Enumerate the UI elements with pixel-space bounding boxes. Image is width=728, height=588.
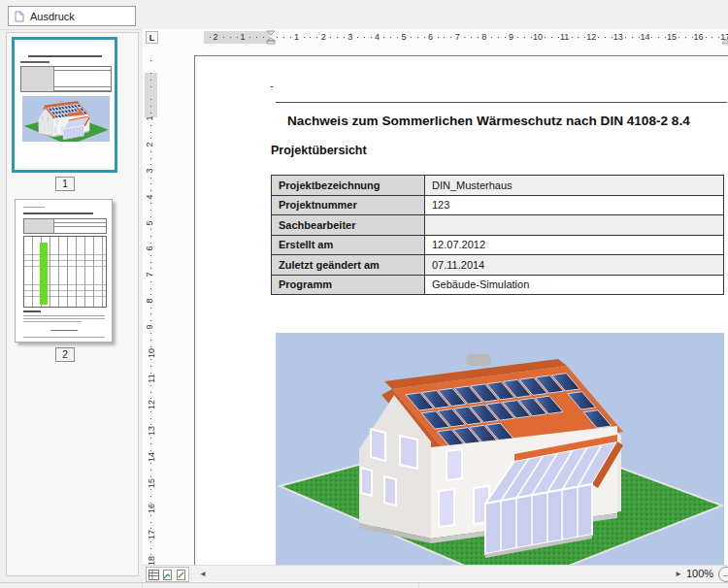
page-preview-button[interactable] bbox=[161, 569, 174, 580]
page-header-dash: - bbox=[270, 80, 274, 91]
row-label: Erstellt am bbox=[272, 235, 425, 255]
v-ruler-tick bbox=[150, 106, 151, 107]
h-ruler-tick bbox=[578, 37, 579, 38]
row-value bbox=[425, 215, 724, 236]
indent-marker-icon[interactable] bbox=[266, 30, 276, 45]
vertical-ruler[interactable]: 123456789101112131415161718 bbox=[143, 46, 159, 582]
mini-p2-label-col bbox=[24, 219, 54, 233]
v-ruler-number: 14 bbox=[147, 452, 156, 462]
h-ruler-tick bbox=[223, 37, 224, 38]
v-ruler-tick bbox=[150, 255, 151, 256]
h-ruler-tick bbox=[531, 37, 532, 38]
tab-label: Ausdruck bbox=[30, 11, 75, 22]
h-ruler-tick bbox=[371, 37, 372, 38]
h-ruler-tick bbox=[632, 37, 633, 38]
scroll-right-arrow[interactable]: ► bbox=[673, 568, 684, 579]
h-ruler-number: 1 bbox=[240, 32, 245, 42]
v-ruler-tick bbox=[150, 99, 151, 100]
h-ruler-tick bbox=[344, 37, 345, 38]
v-ruler-number: 9 bbox=[145, 324, 154, 329]
v-ruler-number: 15 bbox=[147, 477, 156, 487]
h-ruler-tick bbox=[471, 37, 472, 38]
h-ruler-number: 11 bbox=[560, 32, 569, 42]
h-ruler-tick bbox=[706, 37, 707, 38]
v-ruler-number: 4 bbox=[145, 194, 154, 199]
row-label: Zuletzt geändert am bbox=[272, 255, 425, 276]
h-ruler-tick bbox=[678, 37, 679, 38]
h-ruler-tick bbox=[417, 37, 418, 38]
tab-ausdruck[interactable]: Ausdruck bbox=[8, 6, 136, 26]
page-header-rule bbox=[276, 102, 727, 103]
mini-title-line bbox=[28, 55, 102, 57]
mini-p2-info-table bbox=[23, 218, 107, 234]
v-ruler-tick bbox=[150, 438, 151, 439]
building-3d-image bbox=[276, 333, 724, 567]
v-ruler-tick bbox=[150, 308, 151, 309]
h-ruler-tick bbox=[711, 37, 712, 38]
v-ruler-tick bbox=[150, 476, 151, 477]
mini-p2-text3 bbox=[23, 321, 82, 322]
h-ruler-number: 4 bbox=[375, 32, 380, 42]
row-value: 12.07.2012 bbox=[425, 235, 724, 255]
h-ruler-tick bbox=[256, 37, 257, 38]
mini-project-table bbox=[20, 66, 112, 92]
h-ruler-tick bbox=[444, 37, 445, 38]
v-ruler-tick bbox=[150, 443, 151, 444]
thumbnail-panel: 1 2 bbox=[6, 32, 139, 576]
v-ruler-tick bbox=[150, 294, 151, 295]
h-ruler-number: 9 bbox=[509, 32, 513, 42]
h-ruler-tick bbox=[598, 37, 599, 38]
grid-view-button[interactable] bbox=[148, 569, 160, 580]
mini-p2-results-table bbox=[23, 236, 107, 308]
v-ruler-tick bbox=[150, 398, 151, 399]
v-ruler-tick bbox=[150, 333, 151, 334]
v-ruler-tick bbox=[150, 411, 151, 412]
h-ruler-tick bbox=[658, 37, 659, 38]
horizontal-ruler[interactable]: 211234567891011121314151617 bbox=[143, 29, 728, 46]
document-title: Nachweis zum Sommerlichen Wärmeschutz na… bbox=[287, 114, 690, 128]
v-ruler-tick bbox=[150, 210, 151, 211]
v-ruler-number: 2 bbox=[145, 143, 154, 147]
scroll-left-arrow[interactable]: ◄ bbox=[197, 568, 209, 579]
v-ruler-number: 13 bbox=[147, 426, 156, 436]
mini-p2-title bbox=[23, 212, 93, 214]
h-ruler-tick bbox=[277, 37, 278, 38]
thumbnail-page-2[interactable] bbox=[15, 199, 113, 343]
h-ruler-tick bbox=[357, 37, 358, 38]
v-ruler-tick bbox=[150, 203, 151, 204]
h-ruler-tick bbox=[651, 37, 652, 38]
mini-p2-signature-line bbox=[50, 330, 78, 331]
v-ruler-tick bbox=[150, 496, 151, 497]
section-heading: Projektübersicht bbox=[271, 144, 367, 157]
h-ruler-tick bbox=[290, 37, 291, 38]
page-number-1[interactable]: 1 bbox=[55, 177, 75, 191]
v-ruler-tick bbox=[150, 262, 151, 263]
horizontal-scrollbar[interactable]: ◄ ► 100% – bbox=[143, 565, 728, 581]
h-ruler-number: 15 bbox=[667, 32, 677, 42]
thumbnail-page-1[interactable] bbox=[12, 37, 117, 173]
zoom-out-button[interactable]: – bbox=[718, 567, 728, 582]
view-mode-buttons bbox=[146, 567, 189, 582]
page-1-label: 1 bbox=[62, 179, 68, 189]
v-ruler-tick bbox=[150, 164, 151, 165]
document-icon bbox=[15, 11, 24, 22]
h-ruler-tick bbox=[438, 37, 439, 38]
h-ruler-tick bbox=[397, 37, 398, 38]
page-number-2[interactable]: 2 bbox=[55, 347, 75, 362]
h-ruler-tick bbox=[316, 37, 317, 38]
h-ruler-tick bbox=[304, 37, 305, 38]
row-value: 123 bbox=[425, 195, 724, 215]
document-page: - Nachweis zum Sommerlichen Wärmeschutz … bbox=[194, 55, 728, 568]
v-ruler-tick bbox=[150, 366, 151, 367]
v-ruler-number: 17 bbox=[147, 530, 156, 539]
h-ruler-tick bbox=[718, 37, 719, 38]
h-ruler-tick bbox=[524, 37, 525, 38]
v-ruler-number: 12 bbox=[147, 400, 156, 409]
v-ruler-tick bbox=[150, 541, 151, 542]
h-ruler-tick bbox=[364, 37, 365, 38]
v-ruler-number: 16 bbox=[147, 504, 156, 513]
h-ruler-number: 6 bbox=[428, 32, 433, 42]
v-ruler-tick bbox=[150, 450, 151, 451]
edit-page-button[interactable] bbox=[175, 569, 187, 580]
v-ruler-tick bbox=[150, 320, 151, 321]
